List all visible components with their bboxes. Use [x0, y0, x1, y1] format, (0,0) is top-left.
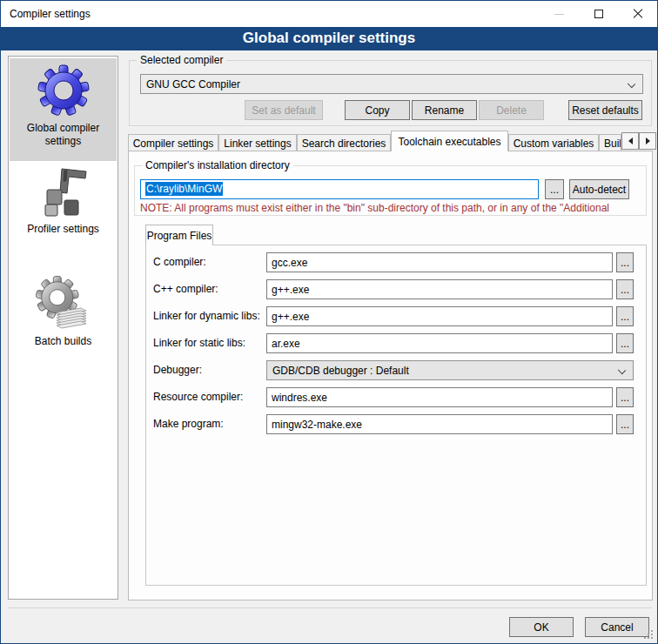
minimize-icon — [554, 14, 564, 15]
field-label-linker-static: Linker for static libs: — [153, 333, 245, 353]
footer-divider — [8, 607, 652, 608]
auto-detect-button[interactable]: Auto-detect — [569, 179, 629, 199]
reset-defaults-button[interactable]: Reset defaults — [568, 100, 642, 120]
ok-button[interactable]: OK — [509, 617, 574, 637]
field-label-linker-dynamic: Linker for dynamic libs: — [153, 306, 260, 326]
window-controls — [540, 1, 657, 27]
close-button[interactable] — [618, 1, 657, 27]
maximize-icon — [594, 10, 603, 18]
tab-linker-settings[interactable]: Linker settings — [218, 134, 297, 151]
set-as-default-button: Set as default — [245, 100, 323, 120]
dropdown-chevron-icon — [628, 80, 635, 88]
field-label-cpp-compiler: C++ compiler: — [153, 279, 218, 299]
field-label-resource-compiler: Resource compiler: — [153, 387, 243, 407]
blue-gear-icon — [36, 63, 91, 118]
dropdown-chevron-icon — [618, 366, 626, 374]
copy-button[interactable]: Copy — [345, 100, 410, 120]
tab-scroll-left-button[interactable] — [621, 132, 639, 150]
sidebar-item-batch-builds[interactable]: Batch builds — [10, 276, 117, 363]
tab-scroll-right-button[interactable] — [639, 132, 656, 150]
sidebar-item-label: Profiler settings — [10, 223, 117, 236]
installation-directory-value: C:\raylib\MinGW — [145, 182, 223, 196]
resource-compiler-input[interactable] — [266, 387, 613, 407]
selected-compiler-group-label: Selected compiler — [137, 54, 226, 66]
tab-scroll-right-icon — [646, 138, 650, 144]
page-title: Global compiler settings — [1, 27, 657, 50]
subtab-program-files[interactable]: Program Files — [145, 225, 213, 245]
linker-static-input[interactable] — [266, 333, 613, 353]
delete-button: Delete — [479, 100, 544, 120]
cpp-compiler-browse-button[interactable]: ... — [616, 279, 634, 299]
selected-compiler-dropdown[interactable]: GNU GCC Compiler — [140, 74, 643, 94]
sidebar-item-label: Global compiler settings — [10, 122, 117, 148]
sidebar-item-label: Batch builds — [10, 335, 117, 348]
installation-directory-input[interactable]: C:\raylib\MinGW — [140, 179, 539, 199]
minimize-button — [540, 1, 579, 27]
debugger-value: GDB/CDB debugger : Default — [272, 365, 409, 377]
cpp-compiler-input[interactable] — [266, 279, 613, 299]
tab-compiler-settings[interactable]: Compiler settings — [128, 134, 218, 151]
field-label-c-compiler: C compiler: — [153, 252, 206, 272]
cancel-button[interactable]: Cancel — [585, 617, 649, 637]
compiler-settings-dialog: Compiler settings Global compiler settin… — [0, 0, 658, 644]
bin-subdirectory-note: NOTE: All programs must exist either in … — [140, 202, 647, 214]
tab-toolchain-executables[interactable]: Toolchain executables — [391, 131, 508, 151]
make-program-browse-button[interactable]: ... — [616, 414, 634, 434]
title-bar[interactable]: Compiler settings — [1, 1, 657, 27]
selected-compiler-value: GNU GCC Compiler — [146, 78, 240, 91]
rename-button[interactable]: Rename — [412, 100, 477, 120]
gray-gear-stack-icon — [36, 276, 91, 332]
field-label-debugger: Debugger: — [153, 360, 202, 380]
tab-build-options[interactable]: Build options — [599, 134, 621, 151]
close-icon — [633, 9, 643, 19]
settings-category-list: Global compiler settings Profiler settin… — [8, 56, 118, 600]
linker-dynamic-input[interactable] — [266, 306, 613, 326]
debugger-dropdown[interactable]: GDB/CDB debugger : Default — [266, 360, 634, 380]
linker-static-browse-button[interactable]: ... — [616, 333, 634, 353]
caliper-profiler-icon — [36, 164, 91, 219]
field-label-make-program: Make program: — [153, 414, 224, 434]
resize-grip[interactable] — [651, 637, 653, 639]
maximize-button[interactable] — [579, 1, 618, 27]
resource-compiler-browse-button[interactable]: ... — [616, 387, 634, 407]
window-title: Compiler settings — [1, 8, 91, 20]
tab-search-directories[interactable]: Search directories — [297, 134, 391, 151]
tab-scroll-left-icon — [628, 138, 633, 144]
c-compiler-browse-button[interactable]: ... — [616, 252, 634, 272]
sidebar-item-global-compiler-settings[interactable]: Global compiler settings — [10, 58, 117, 161]
sidebar-item-profiler-settings[interactable]: Profiler settings — [10, 164, 117, 255]
tab-custom-variables[interactable]: Custom variables — [508, 134, 599, 151]
linker-dynamic-browse-button[interactable]: ... — [616, 306, 634, 326]
installation-directory-browse-button[interactable]: ... — [545, 179, 564, 199]
make-program-input[interactable] — [266, 414, 613, 434]
c-compiler-input[interactable] — [266, 252, 613, 272]
installation-directory-group-label: Compiler's installation directory — [142, 159, 293, 171]
